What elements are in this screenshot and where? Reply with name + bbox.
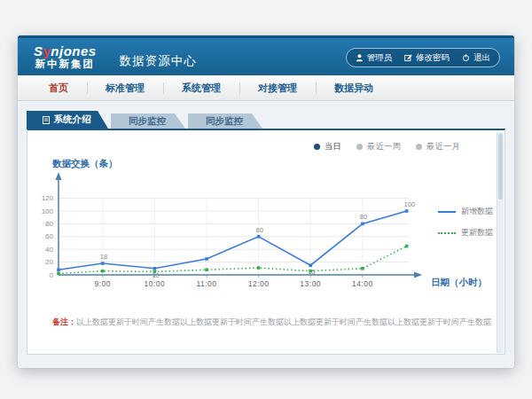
chart-svg: 0204060801001209:0010:0011:0012:0013:001… (35, 166, 434, 294)
filter-today[interactable]: 当日 (314, 141, 341, 153)
svg-text:100: 100 (404, 200, 416, 208)
radio-unselected-icon (416, 144, 422, 150)
svg-text:120: 120 (42, 194, 54, 202)
svg-text:0: 0 (50, 271, 54, 279)
svg-text:9:00: 9:00 (95, 279, 112, 288)
main-nav: 首页 标准管理 系统管理 对接管理 数据异动 (18, 75, 514, 101)
svg-text:100: 100 (42, 207, 54, 215)
change-password-button[interactable]: 修改密码 (404, 52, 450, 64)
svg-text:60: 60 (256, 226, 263, 234)
svg-text:12:00: 12:00 (248, 279, 270, 288)
desktop-background: Synjones 新中新集团 数据资源中心 管理员 修改密码 退出 (0, 0, 532, 399)
content-panel: 当日 最近一周 最近一月 数据交换（条） 0204060801001209:00… (27, 129, 505, 355)
logo-wordmark: Synjones (34, 44, 97, 59)
scrollbar-thumb[interactable] (498, 134, 503, 200)
legend-new-data: 新增数据 (438, 206, 493, 217)
app-title: 数据资源中心 (120, 53, 197, 69)
svg-text:14:00: 14:00 (352, 279, 373, 288)
logout-button[interactable]: 退出 (462, 52, 490, 64)
filter-last-week[interactable]: 最近一周 (356, 141, 401, 153)
nav-item-integration-mgmt[interactable]: 对接管理 (239, 75, 316, 100)
chart-legend: 新增数据 更新数据 (438, 206, 493, 239)
filter-last-month[interactable]: 最近一月 (416, 141, 460, 153)
tab-sync-monitor-1[interactable]: 同步监控 (111, 113, 185, 129)
time-range-filter: 当日 最近一周 最近一月 (314, 141, 460, 153)
svg-text:13:00: 13:00 (300, 279, 321, 288)
solid-line-icon (438, 211, 456, 213)
nav-item-data-change[interactable]: 数据异动 (316, 75, 392, 100)
company-logo: Synjones 新中新集团 (34, 44, 97, 69)
power-icon (462, 53, 470, 62)
document-icon (43, 116, 50, 124)
tab-bar: 系统介绍 同步监控 同步监控 (27, 111, 262, 129)
app-window: Synjones 新中新集团 数据资源中心 管理员 修改密码 退出 (18, 35, 514, 368)
svg-text:10:00: 10:00 (145, 279, 166, 288)
user-menu-admin[interactable]: 管理员 (356, 52, 393, 64)
dotted-line-icon (438, 232, 456, 234)
user-icon (356, 53, 364, 62)
note-prefix: 备注： (52, 317, 76, 326)
nav-item-home[interactable]: 首页 (30, 75, 87, 100)
radio-selected-icon (314, 144, 320, 150)
svg-text:40: 40 (45, 246, 53, 254)
logo-company-name: 新中新集团 (34, 59, 97, 69)
svg-text:60: 60 (45, 232, 53, 240)
app-header: Synjones 新中新集团 数据资源中心 管理员 修改密码 退出 (18, 35, 514, 75)
svg-text:20: 20 (45, 258, 53, 266)
legend-updated-data: 更新数据 (438, 227, 493, 239)
svg-text:80: 80 (360, 213, 367, 221)
edit-icon (404, 53, 412, 62)
note-text: 以上数据更新于时间产生数据以上数据更新于时间产生数据以上数据更新于时间产生数据以… (76, 317, 491, 326)
tab-system-intro[interactable]: 系统介绍 (27, 111, 108, 129)
footer-note: 备注：以上数据更新于时间产生数据以上数据更新于时间产生数据以上数据更新于时间产生… (52, 317, 491, 328)
svg-text:18: 18 (100, 253, 107, 261)
user-menu: 管理员 修改密码 退出 (346, 48, 501, 67)
x-axis-title: 日期（小时） (431, 277, 487, 289)
nav-item-standard-mgmt[interactable]: 标准管理 (87, 75, 163, 100)
panel-scrollbar[interactable] (497, 132, 504, 353)
svg-text:11:00: 11:00 (196, 279, 216, 288)
radio-unselected-icon (356, 144, 363, 150)
nav-item-system-mgmt[interactable]: 系统管理 (163, 75, 239, 100)
tab-sync-monitor-2[interactable]: 同步监控 (188, 113, 262, 129)
svg-text:80: 80 (45, 220, 53, 228)
